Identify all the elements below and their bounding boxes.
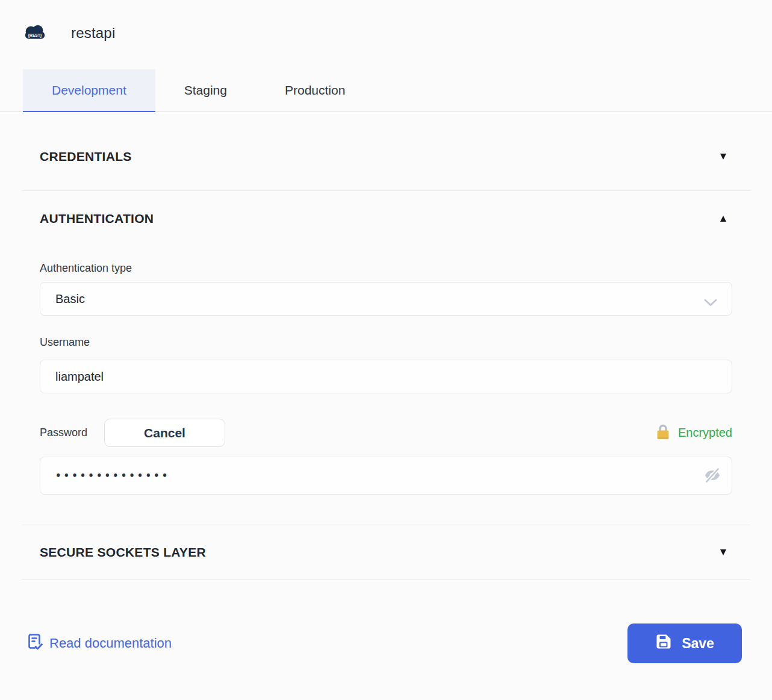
tab-development[interactable]: Development xyxy=(23,69,155,112)
username-label: Username xyxy=(40,336,732,349)
tab-production[interactable]: Production xyxy=(256,69,374,112)
eye-off-icon[interactable] xyxy=(703,467,721,485)
caret-up-icon xyxy=(720,216,726,222)
lock-icon xyxy=(656,423,670,442)
floppy-disk-icon xyxy=(655,633,672,654)
authentication-form: Authentication type Basic Username Passw… xyxy=(22,262,750,525)
auth-type-selected-value: Basic xyxy=(55,292,85,306)
password-row: Password Cancel Encrypted xyxy=(40,419,732,447)
rest-cloud-icon: {REST} xyxy=(23,23,47,43)
password-field-wrap xyxy=(40,457,732,495)
caret-down-icon xyxy=(720,549,726,555)
read-documentation-link[interactable]: Read documentation xyxy=(26,633,172,654)
section-header-credentials[interactable]: CREDENTIALS xyxy=(22,112,750,190)
page-title: restapi xyxy=(71,25,115,42)
document-check-icon xyxy=(26,633,43,654)
encrypted-badge: Encrypted xyxy=(656,423,732,442)
caret-down-icon xyxy=(720,154,726,160)
save-button-label: Save xyxy=(682,636,714,652)
footer-bar: Read documentation Save xyxy=(26,623,742,663)
auth-type-label: Authentication type xyxy=(40,262,732,275)
cancel-button[interactable]: Cancel xyxy=(104,419,225,447)
username-input[interactable] xyxy=(40,360,732,393)
environment-tabs: Development Staging Production xyxy=(0,69,772,112)
password-label: Password xyxy=(40,427,87,439)
chevron-down-icon xyxy=(704,296,717,310)
save-button[interactable]: Save xyxy=(627,623,742,663)
password-input[interactable] xyxy=(40,457,732,495)
ssl-section-title: SECURE SOCKETS LAYER xyxy=(40,545,206,560)
svg-text:{REST}: {REST} xyxy=(28,33,42,38)
settings-content: CREDENTIALS AUTHENTICATION Authenticatio… xyxy=(22,112,750,580)
section-header-ssl[interactable]: SECURE SOCKETS LAYER xyxy=(22,525,750,579)
tab-staging[interactable]: Staging xyxy=(155,69,256,112)
authentication-section-title: AUTHENTICATION xyxy=(40,211,154,226)
read-documentation-label: Read documentation xyxy=(49,636,172,651)
encrypted-label: Encrypted xyxy=(678,426,732,440)
auth-type-select[interactable]: Basic xyxy=(40,282,732,316)
credentials-section-title: CREDENTIALS xyxy=(40,149,132,164)
app-header: {REST} restapi xyxy=(0,0,772,47)
section-header-authentication[interactable]: AUTHENTICATION xyxy=(22,191,750,226)
section-divider xyxy=(22,579,750,580)
